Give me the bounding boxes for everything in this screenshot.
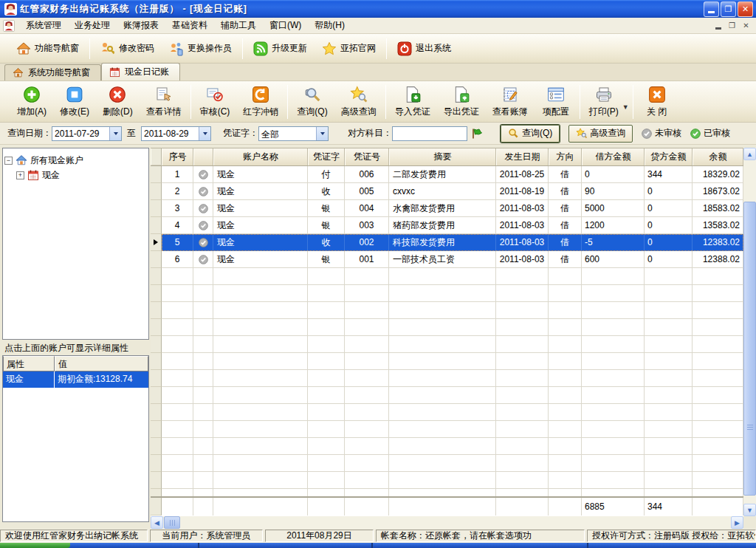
grid-header-dir[interactable]: 方向	[549, 148, 582, 165]
empty-row	[151, 336, 743, 353]
table-row[interactable]: 1现金付006二部发货费用2011-08-25借034418329.02	[151, 166, 743, 183]
toolbar-button-password[interactable]: 修改密码	[93, 38, 162, 60]
action-button-red-reverse[interactable]: 红字冲销	[236, 83, 285, 121]
grid-header-bal[interactable]: 余额	[693, 148, 743, 165]
action-button-edit[interactable]: 修改(E)	[53, 83, 96, 121]
menu-item-4[interactable]: 基础资料	[165, 17, 214, 34]
unaudited-legend[interactable]: 未审核	[642, 127, 681, 140]
scroll-down-icon[interactable]: ▼	[743, 504, 756, 516]
cell-ico	[193, 489, 213, 496]
cell-dir	[549, 353, 582, 370]
menu-item-6[interactable]: 窗口(W)	[263, 17, 308, 34]
update-icon	[253, 41, 268, 56]
table-row[interactable]: 4现金银003猪药部发货费用2011-08-03借1200013583.02	[151, 217, 743, 234]
mdi-restore-button[interactable]: ❐	[726, 21, 738, 31]
toolbar-button-website-star[interactable]: 亚拓官网	[315, 38, 383, 60]
date-to-dropdown-arrow-icon[interactable]	[199, 127, 210, 140]
date-to-dropdown[interactable]: 2011-08-29	[141, 126, 211, 141]
tree-node-all-cash-accounts[interactable]: − 所有现金账户	[4, 153, 147, 168]
row-body	[162, 302, 743, 319]
grid-header-ico[interactable]	[193, 148, 213, 165]
menu-item-1[interactable]: 系统管理	[19, 17, 68, 34]
table-row[interactable]: 5现金收002科技部发货费用2011-08-03借-5012383.02	[151, 234, 743, 251]
grid-header-date[interactable]: 发生日期	[496, 148, 549, 165]
cell-word: 银	[308, 251, 345, 268]
start-button-fragment[interactable]	[0, 543, 70, 548]
toolbar-button-home[interactable]: 功能导航窗	[9, 38, 86, 60]
action-button-config[interactable]: 项配置	[535, 83, 577, 121]
toolbar-button-exit[interactable]: 退出系统	[390, 38, 458, 60]
table-row[interactable]: 2现金收005cxvxc2011-08-19借90018673.02	[151, 183, 743, 200]
empty-row	[151, 455, 743, 472]
menu-item-5[interactable]: 辅助工具	[214, 17, 263, 34]
menu-item-7[interactable]: 帮助(H)	[308, 17, 351, 34]
cell-ico	[193, 200, 213, 217]
horizontal-scroll-thumb[interactable]	[164, 516, 180, 529]
cell-sum: 水禽部发货费用	[389, 200, 496, 217]
cell-bal	[693, 285, 743, 302]
cell-no	[345, 336, 389, 353]
horizontal-scrollbar[interactable]: ◀ ▶	[151, 516, 743, 529]
grid-header-sum[interactable]: 摘要	[389, 148, 496, 165]
collapse-expander-icon[interactable]: −	[4, 157, 13, 165]
action-button-import[interactable]: 导入凭证	[388, 83, 437, 121]
tab-system-nav[interactable]: 系统功能导航窗	[4, 64, 101, 81]
toolbar-button-update[interactable]: 升级更新	[246, 38, 315, 60]
toolbar-button-operator[interactable]: 更换操作员	[162, 38, 239, 60]
action-label: 增加(A)	[17, 106, 47, 118]
grid-header-seq[interactable]: 序号	[162, 148, 193, 165]
cell-date	[496, 353, 549, 370]
action-button-query[interactable]: 查询(Q)	[290, 83, 334, 121]
action-button-ledger[interactable]: 查看账簿	[486, 83, 535, 121]
grid-header-credit[interactable]: 贷方金额	[645, 148, 693, 165]
voucher-word-dropdown[interactable]: 全部	[258, 126, 329, 141]
toolbar-label: 升级更新	[272, 42, 307, 55]
scroll-right-icon[interactable]: ▶	[731, 516, 743, 529]
cell-word	[308, 319, 345, 336]
grid-header-no[interactable]: 凭证号	[345, 148, 389, 165]
tab-cash-journal[interactable]: 现金日记账	[101, 63, 180, 81]
props-data-row[interactable]: 现金 期初金额:13128.74	[3, 371, 148, 388]
mdi-window-buttons: ❐ ✕	[712, 21, 752, 31]
mdi-close-button[interactable]: ✕	[740, 21, 752, 31]
grid-header-word[interactable]: 凭证字	[308, 148, 345, 165]
cell-credit: 0	[645, 234, 693, 251]
totals-ico	[193, 498, 213, 516]
action-button-print[interactable]: 打印(P)	[583, 83, 625, 121]
action-button-close-window[interactable]: 关 闭	[636, 83, 678, 121]
vertical-scroll-thumb[interactable]	[743, 202, 756, 496]
date-from-dropdown[interactable]: 2011-07-29	[52, 126, 122, 141]
tab-label: 现金日记账	[125, 66, 169, 78]
action-button-audit[interactable]: 审核(C)	[193, 83, 237, 121]
close-button[interactable]: ✕	[738, 1, 753, 17]
audited-legend[interactable]: 已审核	[690, 127, 730, 140]
date-from-dropdown-arrow-icon[interactable]	[109, 127, 121, 140]
expand-expander-icon[interactable]: +	[16, 171, 24, 179]
action-button-export[interactable]: 导出凭证	[437, 83, 486, 121]
action-button-add[interactable]: 增加(A)	[10, 83, 53, 121]
query-button[interactable]: 查询(Q)	[501, 125, 560, 143]
action-button-advanced-query[interactable]: 高级查询	[334, 83, 383, 121]
action-button-detail[interactable]: 查看详情	[140, 83, 188, 121]
cell-ico	[193, 183, 213, 200]
voucher-dropdown-arrow-icon[interactable]	[316, 127, 328, 140]
scroll-left-icon[interactable]: ◀	[151, 516, 163, 529]
advanced-query-button[interactable]: 高级查询	[568, 125, 633, 143]
cell-dir	[549, 302, 582, 319]
cell-dir: 借	[549, 200, 582, 217]
vertical-scrollbar[interactable]: ▲ ▼	[743, 148, 756, 516]
table-row[interactable]: 6现金银001一部技术员工资2011-08-03借600012388.02	[151, 251, 743, 268]
minimize-button[interactable]	[704, 1, 719, 17]
counterpart-subject-input[interactable]	[392, 126, 467, 141]
mdi-minimize-button[interactable]	[712, 21, 724, 31]
table-row[interactable]: 3现金银004水禽部发货费用2011-08-03借5000018583.02	[151, 200, 743, 217]
restore-button[interactable]: ❐	[721, 1, 736, 17]
print-dropdown-arrow-icon[interactable]: ▼	[622, 103, 629, 111]
scroll-up-icon[interactable]: ▲	[743, 148, 756, 160]
grid-header-acc[interactable]: 账户名称	[213, 148, 308, 165]
grid-header-debit[interactable]: 借方金额	[582, 148, 645, 165]
tree-node-cash[interactable]: + 现金	[16, 168, 147, 182]
menu-item-3[interactable]: 账簿报表	[117, 17, 165, 34]
menu-item-2[interactable]: 业务处理	[68, 17, 117, 34]
action-button-delete[interactable]: 删除(D)	[96, 83, 140, 121]
